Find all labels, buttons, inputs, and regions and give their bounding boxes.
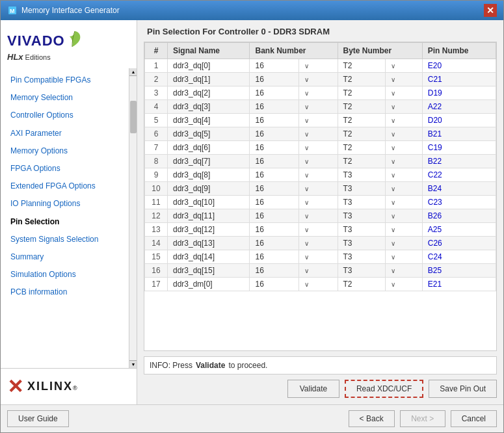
row-byte-dd[interactable]: ∨ [385,250,422,264]
read-xdc-ucf-button[interactable]: Read XDC/UCF [345,380,423,398]
row-pin: B25 [422,264,496,278]
row-pin: A25 [422,223,496,237]
close-button[interactable]: ✕ [484,4,497,17]
row-bank-dd[interactable]: ∨ [298,264,338,278]
row-bank-dd[interactable]: ∨ [298,168,338,182]
row-signal: ddr3_dq[4] [168,114,250,127]
next-button[interactable]: Next > [400,410,445,427]
row-byte: T3 [338,264,385,278]
xilinx-brand: XILINX ® [27,380,77,393]
row-num: 14 [145,237,168,250]
table-scroll-wrapper[interactable]: # Signal Name Bank Number Byte Number Pi… [144,42,496,350]
row-bank-dd[interactable]: ∨ [298,209,338,223]
row-bank-dd[interactable]: ∨ [298,237,338,250]
row-pin: C26 [422,237,496,250]
row-signal: ddr3_dq[1] [168,73,250,86]
row-bank: 16 [250,182,298,196]
table-row: 13 ddr3_dq[12] 16 ∨ T3 ∨ A25 [145,223,496,237]
scroll-right-btn[interactable]: ▶ [487,351,496,352]
sidebar-nav: Pin Compatible FPGAs Memory Selection Co… [1,68,137,304]
row-num: 12 [145,209,168,223]
sidebar-item-pin-compatible-fpgas[interactable]: Pin Compatible FPGAs [1,72,137,89]
row-byte-dd[interactable]: ∨ [385,264,422,278]
row-bank-dd[interactable]: ∨ [298,196,338,209]
table-row: 7 ddr3_dq[6] 16 ∨ T2 ∨ C19 [145,141,496,155]
row-pin: C21 [422,73,496,86]
table-row: 15 ddr3_dq[14] 16 ∨ T3 ∨ C24 [145,250,496,264]
table-row: 10 ddr3_dq[9] 16 ∨ T3 ∨ B24 [145,182,496,196]
row-signal: ddr3_dm[0] [168,278,250,291]
row-byte-dd[interactable]: ∨ [385,278,422,291]
validate-button[interactable]: Validate [287,380,339,398]
row-byte-dd[interactable]: ∨ [385,127,422,141]
row-bank-dd[interactable]: ∨ [298,250,338,264]
row-bank-dd[interactable]: ∨ [298,278,338,291]
row-byte-dd[interactable]: ∨ [385,196,422,209]
sidebar-item-simulation-options[interactable]: Simulation Options [1,266,137,283]
sidebar-item-fpga-options[interactable]: FPGA Options [1,160,137,177]
user-guide-button[interactable]: User Guide [7,410,69,427]
table-header-row: # Signal Name Bank Number Byte Number Pi… [145,43,496,59]
info-bold: Validate [196,361,225,370]
row-num: 11 [145,196,168,209]
row-bank-dd[interactable]: ∨ [298,155,338,168]
vivado-logo: VIVADO [7,30,83,52]
sidebar-item-axi-parameter[interactable]: AXI Parameter [1,125,137,142]
row-byte-dd[interactable]: ∨ [385,237,422,250]
row-signal: ddr3_dq[3] [168,100,250,114]
row-byte-dd[interactable]: ∨ [385,223,422,237]
sidebar-item-extended-fpga-options[interactable]: Extended FPGA Options [1,177,137,195]
row-bank-dd[interactable]: ∨ [298,86,338,100]
cancel-button[interactable]: Cancel [451,410,497,427]
row-pin: C22 [422,168,496,182]
row-byte: T3 [338,182,385,196]
row-bank: 16 [250,127,298,141]
row-num: 7 [145,141,168,155]
sidebar-item-pcb-information[interactable]: PCB information [1,283,137,301]
table-row: 16 ddr3_dq[15] 16 ∨ T3 ∨ B25 [145,264,496,278]
sidebar-item-io-planning-options[interactable]: IO Planning Options [1,195,137,213]
row-byte-dd[interactable]: ∨ [385,73,422,86]
row-byte-dd[interactable]: ∨ [385,100,422,114]
row-byte-dd[interactable]: ∨ [385,114,422,127]
row-byte: T3 [338,196,385,209]
sidebar-item-controller-options[interactable]: Controller Options [1,107,137,124]
row-bank-dd[interactable]: ∨ [298,100,338,114]
row-bank-dd[interactable]: ∨ [298,73,338,86]
sidebar-item-memory-options[interactable]: Memory Options [1,142,137,160]
horizontal-scrollbar[interactable]: ◀ ▶ [144,350,496,351]
scrollbar-up-btn[interactable]: ▲ [129,68,137,76]
row-byte-dd[interactable]: ∨ [385,155,422,168]
row-byte: T2 [338,114,385,127]
row-signal: ddr3_dq[9] [168,182,250,196]
row-pin: B21 [422,127,496,141]
row-bank-dd[interactable]: ∨ [298,223,338,237]
row-byte-dd[interactable]: ∨ [385,86,422,100]
row-bank-dd[interactable]: ∨ [298,114,338,127]
row-bank-dd[interactable]: ∨ [298,127,338,141]
row-bank-dd[interactable]: ∨ [298,141,338,155]
row-byte-dd[interactable]: ∨ [385,59,422,73]
row-byte-dd[interactable]: ∨ [385,141,422,155]
sidebar-item-summary[interactable]: Summary [1,248,137,266]
row-signal: ddr3_dq[7] [168,155,250,168]
row-pin: C23 [422,196,496,209]
sidebar-item-memory-selection[interactable]: Memory Selection [1,89,137,107]
back-button[interactable]: < Back [349,410,395,427]
row-byte-dd[interactable]: ∨ [385,168,422,182]
row-bank-dd[interactable]: ∨ [298,59,338,73]
row-signal: ddr3_dq[5] [168,127,250,141]
row-num: 16 [145,264,168,278]
save-pin-out-button[interactable]: Save Pin Out [429,380,497,398]
scrollbar-thumb [130,101,137,133]
row-byte-dd[interactable]: ∨ [385,209,422,223]
row-signal: ddr3_dq[14] [168,250,250,264]
row-bank: 16 [250,86,298,100]
row-byte-dd[interactable]: ∨ [385,182,422,196]
scrollbar-down-btn[interactable]: ▼ [129,360,137,368]
scroll-left-btn[interactable]: ◀ [144,351,153,352]
row-bank: 16 [250,223,298,237]
sidebar-item-system-signals-selection[interactable]: System Signals Selection [1,231,137,248]
row-bank-dd[interactable]: ∨ [298,182,338,196]
main-window: M Memory Interface Generator ✕ VIVADO [0,0,504,433]
